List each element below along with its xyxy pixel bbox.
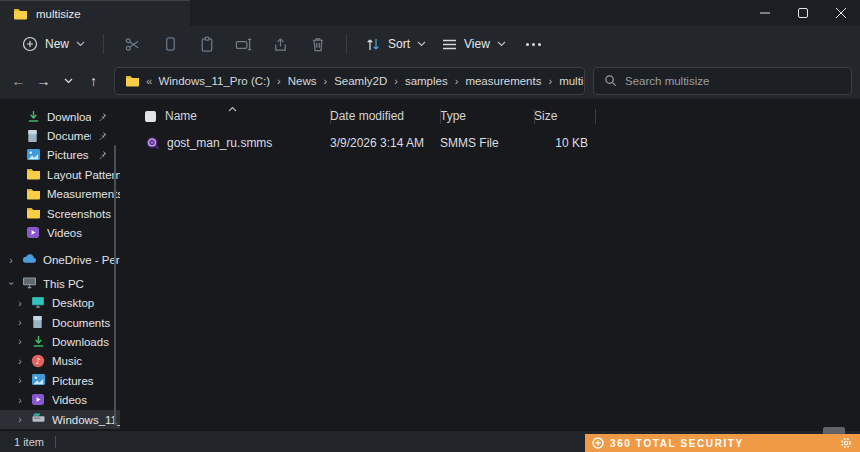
recent-locations-button[interactable]: [56, 68, 81, 94]
breadcrumb-separator[interactable]: ›: [547, 75, 553, 87]
column-header-type[interactable]: Type: [440, 109, 534, 123]
body: Downloads Documents Pictures Layout Patt…: [0, 100, 860, 430]
folder-icon: [26, 187, 41, 202]
forward-button[interactable]: →: [31, 68, 56, 94]
sidebar-item-downloads[interactable]: › Downloads: [0, 332, 120, 351]
breadcrumb-segment[interactable]: samples: [405, 75, 448, 87]
copy-button[interactable]: [151, 30, 188, 58]
explorer-tab[interactable]: multisize: [0, 0, 190, 26]
close-button[interactable]: [822, 0, 860, 26]
sidebar-item-label: Downloads: [52, 336, 120, 348]
chevron-right-icon[interactable]: ›: [15, 317, 25, 328]
pin-icon: [97, 150, 107, 160]
column-header-date-modified[interactable]: Date modified: [330, 109, 440, 123]
gear-icon[interactable]: [840, 437, 852, 449]
delete-button[interactable]: [299, 30, 336, 58]
sidebar-item-label: Windows_11_Pro: [52, 414, 120, 426]
breadcrumb-segment[interactable]: multisize: [559, 75, 585, 87]
file-row[interactable]: gost_man_ru.smms 3/9/2026 3:14 AM SMMS F…: [125, 131, 860, 155]
breadcrumb-separator[interactable]: ›: [322, 75, 328, 87]
search-box[interactable]: [593, 67, 852, 95]
column-header-size[interactable]: Size: [534, 109, 595, 123]
this-pc-icon: [22, 276, 37, 291]
music-icon: ♪: [31, 354, 46, 369]
sidebar-item-desktop[interactable]: › Desktop: [0, 294, 120, 313]
sidebar-scrollbar[interactable]: [114, 145, 116, 425]
window-controls: [746, 0, 860, 26]
sidebar-item-pictures[interactable]: › Pictures: [0, 371, 120, 390]
chevron-down-icon[interactable]: ›: [6, 279, 17, 289]
security-banner[interactable]: 360 TOTAL SECURITY: [585, 434, 860, 452]
search-input[interactable]: [625, 75, 841, 87]
sidebar-item-layout-patterns[interactable]: Layout Patterns: [0, 165, 120, 184]
sidebar-item-label: Documents: [52, 317, 120, 329]
breadcrumb-separator[interactable]: ›: [454, 75, 460, 87]
sidebar-item-screenshots[interactable]: Screenshots: [0, 204, 120, 223]
folder-icon: [13, 7, 28, 20]
chevron-right-icon[interactable]: ›: [15, 395, 25, 406]
sort-button[interactable]: Sort: [357, 32, 434, 57]
sidebar-item-windows-11-pro[interactable]: › Windows_11_Pro: [0, 410, 120, 429]
titlebar[interactable]: multisize: [0, 0, 860, 26]
sidebar-item-downloads[interactable]: Downloads: [0, 107, 120, 126]
cut-button[interactable]: [114, 30, 151, 58]
column-resize-handle[interactable]: [440, 109, 441, 124]
new-button[interactable]: New: [14, 31, 93, 57]
chevron-right-icon[interactable]: ›: [15, 375, 25, 386]
downloads-icon: [26, 109, 41, 124]
cut-icon: [124, 36, 141, 53]
up-button[interactable]: ↑: [81, 68, 106, 94]
sidebar-item-label: Documents: [47, 130, 91, 142]
breadcrumb-segment[interactable]: Windows_11_Pro (C:): [158, 75, 270, 87]
column-resize-handle[interactable]: [330, 109, 331, 124]
breadcrumb-overflow[interactable]: «: [146, 75, 152, 87]
back-button[interactable]: ←: [6, 68, 31, 94]
breadcrumb-separator[interactable]: ›: [393, 75, 399, 87]
column-resize-handle[interactable]: [534, 109, 535, 124]
maximize-button[interactable]: [784, 0, 822, 26]
sidebar-item-label: Desktop: [52, 297, 120, 309]
sidebar-item-pictures[interactable]: Pictures: [0, 146, 120, 165]
view-button[interactable]: View: [434, 32, 514, 56]
rename-button[interactable]: [225, 30, 262, 58]
sort-ascending-icon: [228, 106, 237, 112]
banner-handle[interactable]: [823, 427, 845, 434]
sidebar-item-label: Videos: [52, 394, 120, 406]
pictures-icon: [26, 148, 41, 163]
sidebar-item-documents[interactable]: › Documents: [0, 313, 120, 332]
breadcrumb-segment[interactable]: measurements: [465, 75, 541, 87]
sidebar-item-this-pc[interactable]: › This PC: [0, 274, 120, 293]
sidebar-item-videos[interactable]: › Videos: [0, 390, 120, 409]
rename-icon: [235, 36, 252, 53]
column-resize-handle[interactable]: [595, 109, 596, 124]
paste-button[interactable]: [188, 30, 225, 58]
sidebar: Downloads Documents Pictures Layout Patt…: [0, 100, 120, 430]
minimize-button[interactable]: [746, 0, 784, 26]
breadcrumb-segment[interactable]: News: [288, 75, 317, 87]
sidebar-item-documents[interactable]: Documents: [0, 126, 120, 145]
sidebar-item-onedrive[interactable]: › OneDrive - Person: [0, 251, 120, 270]
chevron-right-icon[interactable]: ›: [15, 414, 25, 425]
sidebar-item-music[interactable]: › ♪ Music: [0, 352, 120, 371]
breadcrumb[interactable]: « Windows_11_Pro (C:) › News › Seamly2D …: [114, 67, 585, 95]
chevron-down-icon: [417, 41, 426, 47]
sidebar-item-label: Layout Patterns: [47, 169, 120, 181]
select-all-checkbox[interactable]: [145, 111, 156, 122]
more-options-button[interactable]: [514, 43, 553, 46]
column-header-name[interactable]: Name: [125, 109, 330, 123]
sidebar-item-videos[interactable]: Videos: [0, 223, 120, 242]
folder-icon: [26, 206, 41, 221]
sidebar-item-label: Pictures: [52, 375, 120, 387]
chevron-right-icon[interactable]: ›: [15, 336, 25, 347]
breadcrumb-segment[interactable]: Seamly2D: [334, 75, 387, 87]
videos-icon: [26, 226, 41, 241]
sidebar-item-label: OneDrive - Person: [43, 254, 120, 266]
sidebar-item-measurements[interactable]: Measurements: [0, 185, 120, 204]
chevron-right-icon[interactable]: ›: [15, 356, 25, 367]
chevron-right-icon[interactable]: ›: [15, 298, 25, 309]
share-button[interactable]: [262, 30, 299, 58]
chevron-right-icon[interactable]: ›: [6, 255, 16, 266]
documents-icon: [26, 129, 41, 144]
file-name: gost_man_ru.smms: [167, 136, 272, 150]
breadcrumb-separator[interactable]: ›: [276, 75, 282, 87]
